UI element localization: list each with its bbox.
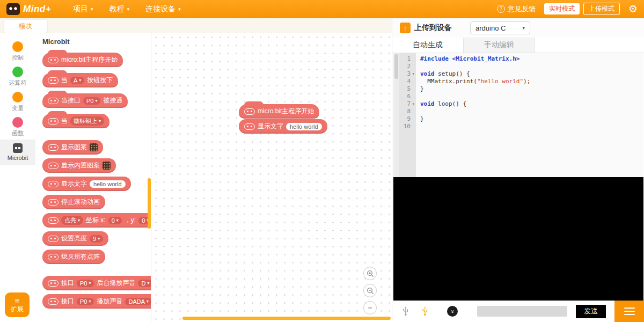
device-language-select[interactable]: arduino C ▾ bbox=[470, 21, 530, 34]
code-scrollbar[interactable] bbox=[393, 53, 399, 177]
code-block[interactable]: 熄灭所有点阵 bbox=[42, 250, 105, 264]
upload-mode-button[interactable]: 上传模式 bbox=[583, 3, 620, 15]
block-dropdown[interactable]: DADA▾ bbox=[125, 298, 151, 305]
code-scrollbar-thumb[interactable] bbox=[394, 54, 398, 79]
fold-icon[interactable]: ▾ bbox=[411, 100, 416, 108]
hamburger-icon bbox=[624, 314, 635, 316]
extension-button[interactable]: ≡ 扩展 bbox=[5, 292, 30, 317]
line-number: 3▾ bbox=[399, 70, 416, 78]
block-label: 当 bbox=[61, 116, 68, 126]
category-label: 运算符 bbox=[9, 79, 27, 87]
category-label: 控制 bbox=[12, 54, 24, 62]
block-text-input[interactable]: hello world bbox=[90, 180, 126, 188]
realtime-mode-button[interactable]: 实时模式 bbox=[544, 3, 580, 14]
serial-input[interactable] bbox=[477, 306, 567, 317]
upload-icon: ↑ bbox=[400, 23, 411, 33]
fold-icon[interactable]: ▾ bbox=[411, 70, 416, 78]
block-dropdown[interactable]: 徽标朝上▾ bbox=[70, 116, 104, 126]
microbit-face-icon bbox=[244, 108, 255, 115]
code-block[interactable]: micro:bit主程序开始 bbox=[42, 53, 123, 67]
tab-auto-generate[interactable]: 自动生成 bbox=[392, 38, 464, 53]
code-tabs: 自动生成 手动编辑 bbox=[392, 38, 644, 53]
code-lines: #include <Microbit_Matrix.h> void setup(… bbox=[416, 53, 643, 177]
block-label: 显示内置图案 bbox=[61, 161, 100, 170]
code-block[interactable]: 当接口P0▾被接通 bbox=[42, 93, 128, 108]
palette-scrollbar[interactable] bbox=[148, 178, 151, 229]
code-line bbox=[420, 108, 643, 115]
canvas[interactable]: micro:bit主程序开始显示文字hello world bbox=[152, 33, 392, 322]
double-chevron-icon: » bbox=[449, 310, 455, 313]
code-block[interactable]: 当A▾按钮按下 bbox=[42, 73, 118, 87]
chevron-down-icon: ▾ bbox=[99, 119, 101, 123]
code-block[interactable]: 停止滚动动画 bbox=[42, 195, 105, 209]
block-dropdown[interactable]: 9▾ bbox=[90, 235, 103, 243]
serial-toolbar: » 发送 bbox=[392, 301, 644, 322]
code-block[interactable]: 显示文字hello world bbox=[42, 177, 131, 191]
code-block[interactable]: 接口P0▾播放声音DADA▾ bbox=[42, 294, 151, 309]
usb-connected-icon[interactable] bbox=[419, 306, 430, 317]
microbit-face-icon bbox=[48, 254, 58, 260]
code-block[interactable]: 当徽标朝上▾ bbox=[42, 114, 109, 128]
line-number: 8 bbox=[399, 108, 416, 115]
send-button[interactable]: 发送 bbox=[576, 305, 606, 318]
block-dropdown[interactable]: P0▾ bbox=[77, 280, 94, 287]
chevron-down-icon: ▾ bbox=[91, 6, 93, 12]
category-icon bbox=[12, 92, 23, 103]
code-block[interactable]: 显示图案 bbox=[42, 140, 103, 155]
code-line bbox=[420, 123, 643, 130]
serial-menu-button[interactable] bbox=[614, 301, 644, 322]
line-number: 9 bbox=[399, 115, 416, 123]
code-block[interactable]: micro:bit主程序开始 bbox=[239, 104, 319, 119]
zoom-in-button[interactable] bbox=[363, 267, 377, 280]
extension-label: 扩展 bbox=[11, 305, 24, 314]
code-block[interactable]: 显示文字hello world bbox=[239, 119, 327, 134]
sidebar-item-Microbit[interactable]: Microbit bbox=[0, 140, 35, 165]
code-editor[interactable]: 123▾4567▾8910 #include <Microbit_Matrix.… bbox=[393, 53, 643, 177]
canvas-horizontal-scrollbar[interactable] bbox=[182, 317, 391, 320]
code-line: MMatrix.print("hello world"); bbox=[420, 78, 643, 85]
block-dropdown[interactable]: 点亮▾ bbox=[61, 216, 83, 225]
menu-project[interactable]: 项目 ▾ bbox=[73, 4, 93, 14]
block-dropdown[interactable]: P0▾ bbox=[83, 97, 100, 105]
block-text-input[interactable]: hello world bbox=[286, 123, 322, 130]
code-block[interactable]: 设置亮度9▾ bbox=[42, 231, 108, 246]
modules-strip: 模块 bbox=[0, 18, 392, 33]
logo-text: Mind+ bbox=[23, 4, 51, 14]
hamburger-icon bbox=[624, 308, 635, 309]
block-label: ，y: bbox=[125, 216, 136, 225]
code-line bbox=[420, 93, 643, 100]
block-dropdown[interactable]: A▾ bbox=[70, 77, 84, 84]
menu-tutorial[interactable]: 教程 ▾ bbox=[109, 4, 130, 14]
sidebar-item-函数[interactable]: 函数 bbox=[0, 114, 35, 140]
block-label: 显示图案 bbox=[61, 143, 87, 152]
block-label: 后台播放声音 bbox=[97, 279, 135, 288]
menu-connect-device[interactable]: 连接设备 ▾ bbox=[145, 4, 181, 14]
usb-serial-icon[interactable] bbox=[400, 306, 411, 317]
feedback-button[interactable]: ? 意见反馈 bbox=[497, 4, 536, 14]
chevron-down-icon: ▾ bbox=[147, 281, 149, 286]
chevron-down-icon: ▾ bbox=[79, 78, 81, 83]
zoom-out-button[interactable] bbox=[363, 284, 377, 297]
code-block[interactable]: 显示内置图案 bbox=[42, 158, 116, 173]
sidebar-item-变量[interactable]: 变量 bbox=[0, 89, 35, 114]
code-block[interactable]: 点亮▾坐标 x:0▾，y:0▾ bbox=[42, 213, 151, 228]
block-dropdown[interactable]: P0▾ bbox=[77, 298, 94, 305]
sidebar-item-控制[interactable]: 控制 bbox=[0, 39, 35, 64]
sidebar-item-运算符[interactable]: 运算符 bbox=[0, 64, 35, 89]
chevron-down-icon: ▾ bbox=[116, 218, 119, 223]
block-label: 坐标 x: bbox=[86, 216, 106, 225]
block-dropdown[interactable]: D▾ bbox=[138, 280, 151, 287]
zoom-reset-button[interactable]: = bbox=[363, 301, 377, 314]
upload-to-device-button[interactable]: ↑ 上传到设备 bbox=[400, 23, 452, 33]
chevron-down-icon: ▾ bbox=[89, 299, 91, 304]
gear-icon[interactable]: ⚙ bbox=[628, 4, 638, 14]
led-matrix-icon[interactable] bbox=[103, 162, 111, 170]
device-select-value: arduino C bbox=[475, 24, 506, 32]
app-window: Mind+ 项目 ▾ 教程 ▾ 连接设备 ▾ ? 意见反馈 实时模式 上传模式 … bbox=[0, 0, 644, 322]
auto-scroll-icon[interactable]: » bbox=[447, 306, 458, 317]
tab-manual-edit[interactable]: 手动编辑 bbox=[464, 38, 535, 53]
block-dropdown[interactable]: 0▾ bbox=[108, 217, 122, 224]
modules-tab[interactable]: 模块 bbox=[4, 20, 47, 33]
code-block[interactable]: 接口P0▾后台播放声音D▾ bbox=[42, 276, 151, 290]
led-matrix-icon[interactable] bbox=[90, 143, 98, 151]
